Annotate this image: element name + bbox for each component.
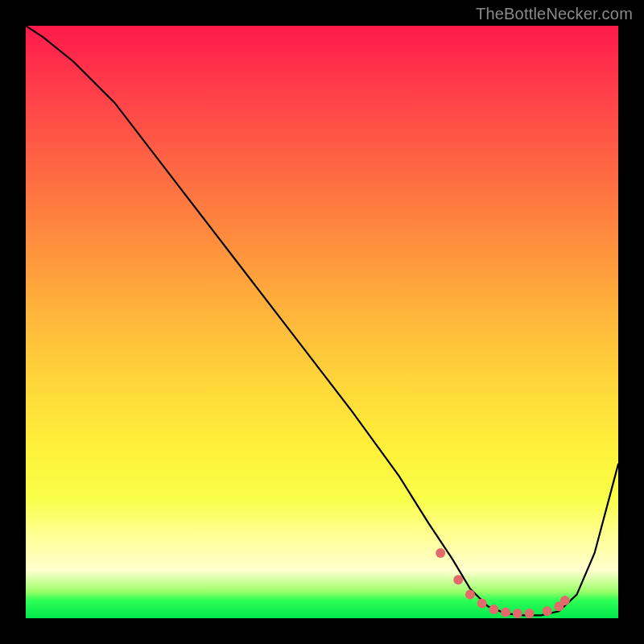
optimal-point-marker (436, 548, 445, 558)
optimal-point-marker (453, 575, 463, 584)
watermark-text: TheBottleNecker.com (476, 5, 633, 23)
optimal-point-marker (513, 609, 522, 618)
plot-area (26, 26, 618, 618)
optimal-point-marker (525, 609, 535, 618)
optimal-point-marker (501, 608, 510, 617)
chart-svg (26, 26, 618, 618)
optimal-point-marker (543, 606, 552, 616)
bottleneck-curve (26, 26, 618, 615)
optimal-markers (436, 548, 570, 618)
optimal-point-marker (477, 599, 487, 609)
optimal-point-marker (489, 605, 498, 614)
optimal-point-marker (560, 596, 570, 605)
optimal-point-marker (465, 590, 475, 600)
chart-stage: TheBottleNecker.com (0, 0, 644, 644)
